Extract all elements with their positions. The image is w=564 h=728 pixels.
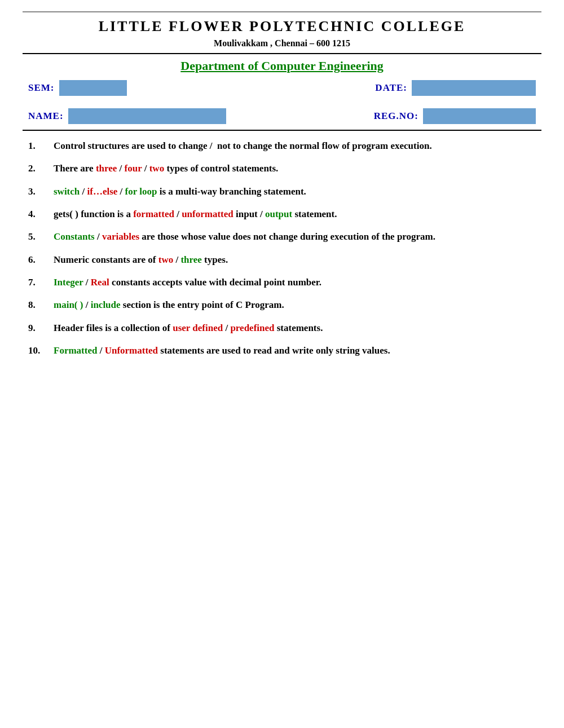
name-input[interactable] (68, 108, 226, 124)
q10-option-formatted: Formatted (54, 345, 97, 356)
top-border (23, 11, 541, 12)
questions-section: 1. Control structures are used to change… (23, 139, 541, 358)
date-input[interactable] (412, 80, 536, 96)
q8-text: main( ) / include section is the entry p… (54, 298, 536, 312)
q2-option-three: three (96, 163, 117, 174)
q8-option-main: main( ) (54, 299, 83, 310)
q7-option-integer: Integer (54, 277, 83, 288)
sem-input[interactable] (59, 80, 127, 96)
question-4: 4. gets( ) function is a formatted / unf… (28, 207, 536, 222)
question-10: 10. Formatted / Unformatted statements a… (28, 343, 536, 358)
name-regno-row: NAME: REG.NO: (23, 108, 541, 131)
department-title: Department of Computer Engineering (23, 59, 541, 73)
question-3: 3. switch / if…else / for loop is a mult… (28, 184, 536, 199)
q3-number: 3. (28, 184, 54, 199)
q10-number: 10. (28, 343, 54, 358)
q2-text: There are three / four / two types of co… (54, 161, 536, 176)
q2-option-two: two (149, 163, 164, 174)
q8-option-include: include (91, 299, 121, 310)
q1-number: 1. (28, 139, 54, 153)
q6-option-two: two (158, 254, 173, 265)
question-5: 5. Constants / variables are those whose… (28, 230, 536, 244)
divider-line (23, 53, 541, 54)
q3-option-forloop: for loop (125, 186, 157, 197)
question-1: 1. Control structures are used to change… (28, 139, 536, 153)
college-title: LITTLE FLOWER POLYTECHNIC COLLEGE (23, 18, 541, 35)
q5-number: 5. (28, 230, 54, 244)
q7-text: Integer / Real constants accepts value w… (54, 275, 536, 290)
q9-text: Header files is a collection of user def… (54, 321, 536, 336)
q4-option-output: output (265, 209, 292, 219)
q4-option-unformatted: unformatted (182, 209, 233, 219)
q2-number: 2. (28, 161, 54, 176)
sem-label: SEM: (28, 82, 55, 94)
q6-number: 6. (28, 253, 54, 267)
question-6: 6. Numeric constants are of two / three … (28, 253, 536, 267)
q8-number: 8. (28, 298, 54, 312)
q10-text: Formatted / Unformatted statements are u… (54, 343, 536, 358)
question-7: 7. Integer / Real constants accepts valu… (28, 275, 536, 290)
q2-option-four: four (125, 163, 142, 174)
q4-option-formatted: formatted (133, 209, 174, 219)
q10-option-unformatted: Unformatted (105, 345, 158, 356)
q4-number: 4. (28, 207, 54, 222)
question-9: 9. Header files is a collection of user … (28, 321, 536, 336)
college-address: Moulivakkam , Chennai – 600 1215 (23, 38, 541, 48)
q3-option-switch: switch (54, 186, 80, 197)
q3-option-ifelse: if…else (87, 186, 118, 197)
regno-label: REG.NO: (374, 111, 418, 122)
sem-date-row: SEM: DATE: (23, 80, 541, 96)
q6-option-three: three (180, 254, 201, 265)
q6-text: Numeric constants are of two / three typ… (54, 253, 536, 267)
q9-option-user-defined: user defined (173, 323, 223, 333)
date-label: DATE: (375, 82, 407, 94)
q1-text: Control structures are used to change / … (54, 139, 536, 153)
q9-number: 9. (28, 321, 54, 336)
q5-option-constants: Constants (54, 231, 95, 242)
regno-input[interactable] (423, 108, 536, 124)
q5-option-variables: variables (102, 231, 139, 242)
q7-number: 7. (28, 275, 54, 290)
question-2: 2. There are three / four / two types of… (28, 161, 536, 176)
q7-option-real: Real (91, 277, 109, 288)
q5-text: Constants / variables are those whose va… (54, 230, 536, 244)
q4-text: gets( ) function is a formatted / unform… (54, 207, 536, 222)
name-label: NAME: (28, 111, 64, 122)
q9-option-predefined: predefined (230, 323, 274, 333)
q3-text: switch / if…else / for loop is a multi-w… (54, 184, 536, 199)
question-8: 8. main( ) / include section is the entr… (28, 298, 536, 312)
